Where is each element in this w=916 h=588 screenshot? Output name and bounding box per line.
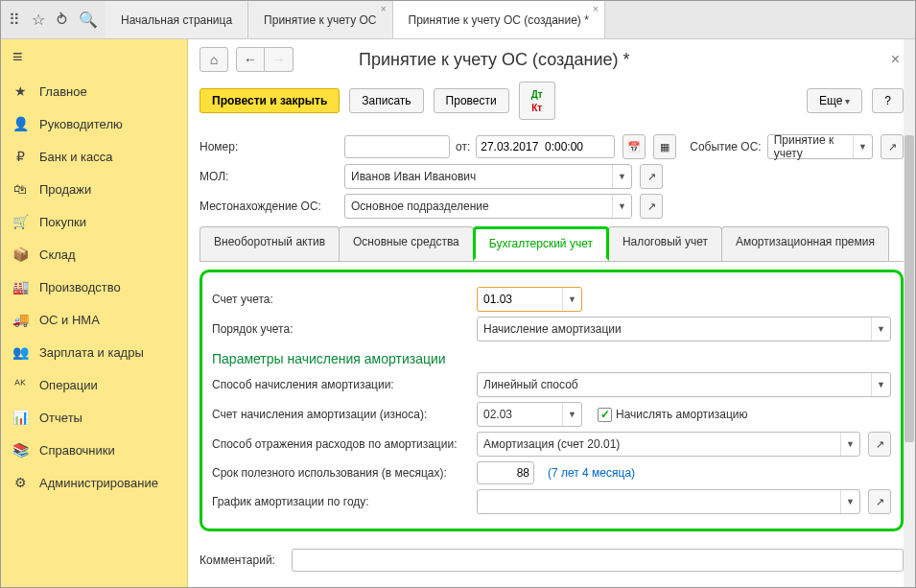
chevron-down-icon[interactable]: ▼: [612, 195, 631, 218]
sidebar-item-warehouse[interactable]: 📦Склад: [1, 238, 187, 270]
life-hint: (7 лет 4 месяца): [548, 466, 635, 480]
comment-input[interactable]: [292, 549, 904, 572]
chevron-down-icon[interactable]: ▼: [562, 288, 581, 311]
more-button[interactable]: Еще: [807, 88, 862, 113]
chevron-down-icon[interactable]: ▼: [840, 433, 859, 456]
date-input[interactable]: [476, 135, 615, 158]
home-button[interactable]: ⌂: [200, 47, 228, 72]
sidebar-item-main[interactable]: ★Главное: [1, 75, 187, 107]
movements-button[interactable]: ДтКт: [519, 82, 555, 120]
tab-accounting[interactable]: Бухгалтерский учет: [473, 226, 609, 261]
account-select[interactable]: ▼: [477, 287, 582, 312]
sidebar-item-label: ОС и НМА: [39, 313, 100, 327]
sidebar-item-manager[interactable]: 👤Руководителю: [1, 107, 187, 140]
account-input[interactable]: [483, 293, 556, 306]
tab-doc2[interactable]: Принятие к учету ОС (создание) *×: [393, 1, 605, 38]
sidebar-item-bank[interactable]: ₽Банк и касса: [1, 140, 187, 173]
history-icon[interactable]: ⥁: [57, 11, 67, 29]
schedule-label: График амортизации по году:: [212, 495, 471, 508]
sidebar-item-refs[interactable]: 📚Справочники: [1, 434, 187, 466]
bag-icon: 🛍: [12, 181, 28, 197]
tab-label: Начальная страница: [121, 13, 232, 27]
order-label: Порядок учета:: [212, 322, 471, 336]
tab-tax[interactable]: Налоговый учет: [608, 226, 722, 261]
forward-button[interactable]: →: [265, 47, 294, 72]
number-input[interactable]: [344, 135, 450, 158]
box-icon: 📦: [12, 247, 28, 262]
star-icon[interactable]: ☆: [32, 11, 45, 29]
sidebar-item-purchases[interactable]: 🛒Покупки: [1, 205, 187, 238]
search-icon[interactable]: 🔍: [79, 11, 98, 29]
star-icon: ★: [12, 83, 28, 99]
sidebar-item-label: Покупки: [39, 215, 86, 229]
manager-icon: 👤: [12, 116, 28, 131]
sidebar-item-operations[interactable]: ᴬᴷОперации: [1, 368, 187, 401]
life-label: Срок полезного использования (в месяцах)…: [212, 466, 471, 480]
sidebar-item-reports[interactable]: 📊Отчеты: [1, 401, 187, 434]
number-label: Номер:: [200, 140, 339, 153]
open-icon[interactable]: ↗: [868, 489, 891, 514]
sidebar-item-admin[interactable]: ⚙Администрирование: [1, 466, 187, 499]
sidebar-item-hr[interactable]: 👥Зарплата и кадры: [1, 336, 187, 368]
scrollbar[interactable]: [904, 39, 915, 587]
scroll-thumb[interactable]: [904, 135, 914, 442]
sidebar-item-label: Банк и касса: [39, 150, 113, 164]
mol-label: МОЛ:: [200, 170, 339, 183]
open-icon[interactable]: ↗: [640, 164, 663, 189]
comment-label: Комментарий:: [200, 553, 286, 567]
open-icon[interactable]: ↗: [640, 194, 663, 219]
tab-fixed-assets[interactable]: Основные средства: [339, 226, 474, 261]
expense-select[interactable]: Амортизация (счет 20.01)▼: [477, 432, 860, 457]
chevron-down-icon[interactable]: ▼: [840, 490, 859, 513]
sidebar-item-assets[interactable]: 🚚ОС и НМА: [1, 303, 187, 336]
tab-doc1[interactable]: Принятие к учету ОС×: [248, 1, 392, 38]
open-icon[interactable]: ↗: [881, 134, 904, 159]
save-button[interactable]: Записать: [349, 88, 423, 113]
checkbox-label: Начислять амортизацию: [616, 408, 748, 421]
help-button[interactable]: ?: [872, 88, 904, 113]
sidebar-item-production[interactable]: 🏭Производство: [1, 270, 187, 303]
books-icon: 📚: [12, 442, 28, 458]
dtkt-icon: ДтКт: [531, 89, 543, 113]
back-button[interactable]: ←: [236, 47, 265, 72]
ruble-icon: ₽: [12, 149, 28, 164]
tab-home[interactable]: Начальная страница: [106, 1, 248, 38]
tab-label: Принятие к учету ОС (создание) *: [409, 13, 589, 27]
close-icon[interactable]: ×: [593, 4, 599, 14]
depacct-label: Счет начисления амортизации (износа):: [212, 408, 471, 421]
mol-select[interactable]: Иванов Иван Иванович▼: [344, 164, 632, 189]
life-input[interactable]: [477, 461, 534, 484]
tab-label: Принятие к учету ОС: [264, 13, 376, 27]
depacct-select[interactable]: 02.03▼: [477, 402, 582, 427]
open-icon[interactable]: ↗: [868, 432, 891, 457]
check-icon: ✓: [598, 408, 612, 422]
chevron-down-icon[interactable]: ▼: [612, 165, 631, 188]
chevron-down-icon[interactable]: ▼: [871, 318, 890, 341]
loc-select[interactable]: Основное подразделение▼: [344, 194, 632, 219]
account-label: Счет учета:: [212, 293, 471, 306]
close-button[interactable]: ×: [887, 47, 904, 72]
apps-icon[interactable]: ⠿: [9, 11, 20, 29]
tab-premium[interactable]: Амортизационная премия: [721, 226, 889, 261]
event-select[interactable]: Принятие к учету▼: [767, 134, 873, 159]
close-icon[interactable]: ×: [381, 4, 387, 14]
order-select[interactable]: Начисление амортизации▼: [477, 317, 891, 341]
chevron-down-icon[interactable]: ▼: [871, 373, 890, 396]
schedule-select[interactable]: ▼: [477, 489, 860, 514]
calendar-icon[interactable]: 📅: [622, 134, 646, 159]
sidebar-item-label: Отчеты: [39, 411, 82, 425]
post-close-button[interactable]: Провести и закрыть: [200, 88, 340, 113]
chevron-down-icon[interactable]: ▼: [562, 403, 581, 426]
sidebar-item-label: Склад: [39, 247, 76, 262]
list-icon[interactable]: ▦: [653, 134, 676, 159]
sidebar-item-sales[interactable]: 🛍Продажи: [1, 173, 187, 205]
chevron-down-icon[interactable]: ▼: [853, 135, 872, 158]
tab-noncurrent[interactable]: Внеоборотный актив: [200, 226, 340, 261]
hamburger-icon[interactable]: ≡: [1, 39, 187, 75]
sidebar-item-label: Продажи: [39, 182, 91, 197]
depreciate-checkbox[interactable]: ✓Начислять амортизацию: [598, 408, 748, 422]
dtkt-icon: ᴬᴷ: [12, 377, 28, 392]
post-button[interactable]: Провести: [434, 88, 509, 113]
page-title: Принятие к учету ОС (создание) *: [359, 50, 630, 70]
method-select[interactable]: Линейный способ▼: [477, 372, 891, 397]
